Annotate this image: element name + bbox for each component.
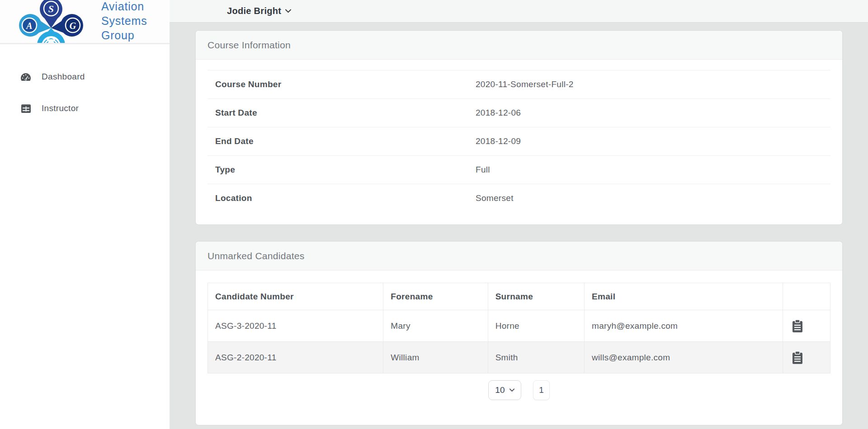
table-row: ASG-2-2020-11 William Smith wills@exampl… (208, 342, 830, 373)
cell-email: wills@example.com (585, 342, 783, 373)
cell-forename: William (383, 342, 488, 373)
info-label: Course Number (215, 79, 476, 89)
info-value: 2018-12-06 (476, 108, 521, 118)
svg-text:S: S (48, 3, 54, 14)
cell-email: maryh@example.com (585, 310, 783, 342)
info-label: Start Date (215, 108, 476, 118)
sidebar-item-instructor[interactable]: Instructor (0, 98, 170, 118)
brand-line-2: Systems (101, 14, 147, 28)
brand-line-3: Group (101, 28, 147, 42)
col-header-actions (783, 283, 830, 310)
cell-candidate-number: ASG-3-2020-11 (208, 310, 383, 342)
candidates-table: Candidate Number Forename Surname Email … (208, 283, 830, 373)
cell-forename: Mary (383, 310, 488, 342)
page-size-value: 10 (495, 385, 505, 395)
clipboard-list-icon (793, 351, 802, 364)
svg-text:A: A (25, 21, 33, 31)
col-header-email: Email (585, 283, 783, 310)
info-label: End Date (215, 136, 476, 146)
sidebar-nav: Dashboard Instructor (0, 44, 170, 118)
info-label: Type (215, 165, 476, 175)
course-info-body: Course Number 2020-11-Somerset-Full-2 St… (196, 60, 842, 224)
info-row-start-date: Start Date 2018-12-06 (208, 98, 830, 127)
info-row-location: Location Somerset (208, 184, 830, 212)
col-header-candidate-number: Candidate Number (208, 283, 383, 310)
table-header-row: Candidate Number Forename Surname Email (208, 283, 830, 310)
table-row: ASG-3-2020-11 Mary Horne maryh@example.c… (208, 310, 830, 342)
topbar: Jodie Bright (170, 0, 868, 23)
user-name: Jodie Bright (227, 6, 281, 16)
mark-candidate-button[interactable] (793, 320, 802, 332)
card-title: Course Information (208, 40, 291, 51)
info-value: 2020-11-Somerset-Full-2 (476, 79, 574, 89)
page-size-select[interactable]: 10 (488, 380, 521, 400)
brand-logo-block[interactable]: S A G (0, 0, 170, 44)
page-1-button[interactable]: 1 (533, 380, 550, 400)
cell-surname: Smith (488, 342, 584, 373)
info-value: Full (476, 165, 490, 175)
info-row-type: Type Full (208, 155, 830, 184)
user-menu[interactable]: Jodie Bright (227, 6, 291, 16)
info-row-course-number: Course Number 2020-11-Somerset-Full-2 (208, 70, 830, 98)
clipboard-list-icon (793, 320, 802, 332)
info-row-end-date: End Date 2018-12-09 (208, 127, 830, 155)
gauge-icon (21, 73, 31, 81)
chevron-down-icon (285, 9, 291, 13)
cell-candidate-number: ASG-2-2020-11 (208, 342, 383, 373)
unmarked-candidates-body: Candidate Number Forename Surname Email … (196, 270, 842, 425)
pagination: 10 1 (208, 380, 830, 400)
sidebar-item-label: Instructor (42, 103, 79, 113)
chevron-down-icon (509, 388, 514, 392)
info-value: 2018-12-09 (476, 136, 521, 146)
svg-text:G: G (70, 21, 76, 31)
sidebar-item-label: Dashboard (42, 72, 85, 82)
main-content: Course Information Course Number 2020-11… (170, 23, 868, 429)
sidebar-item-dashboard[interactable]: Dashboard (0, 67, 170, 87)
asg-logo-icon: S A G (17, 0, 85, 44)
brand-line-1: Aviation (101, 0, 147, 14)
cell-surname: Horne (488, 310, 584, 342)
sidebar: S A G (0, 0, 170, 429)
table-icon (21, 104, 31, 113)
mark-candidate-button[interactable] (793, 351, 802, 364)
unmarked-candidates-card: Unmarked Candidates Candidate Number For… (196, 242, 842, 425)
col-header-forename: Forename (383, 283, 488, 310)
course-info-card: Course Information Course Number 2020-11… (196, 31, 842, 224)
course-info-header: Course Information (196, 31, 842, 60)
brand-name: Aviation Systems Group (101, 0, 147, 42)
card-title: Unmarked Candidates (208, 251, 305, 261)
unmarked-candidates-header: Unmarked Candidates (196, 242, 842, 270)
col-header-surname: Surname (488, 283, 584, 310)
info-value: Somerset (476, 193, 514, 203)
info-label: Location (215, 193, 476, 203)
